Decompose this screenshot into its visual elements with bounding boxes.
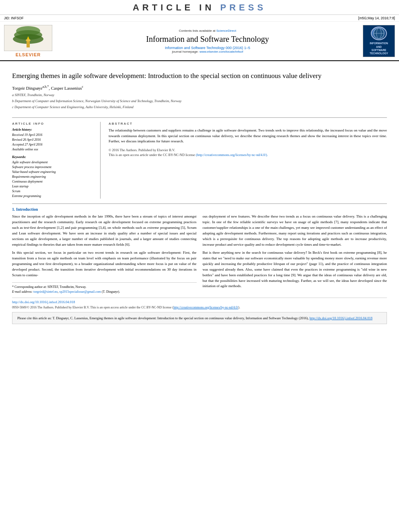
jid-left: JID: INFSOF: [4, 16, 24, 20]
journal-logo-circle: [371, 27, 387, 40]
doi-link[interactable]: http://dx.doi.org/10.1016/j.infsof.2016.…: [12, 300, 75, 304]
authors-line: Torgeir Dingsøyra,b,*, Casper Lasseniusc: [12, 85, 387, 90]
main-content: Emerging themes in agile software develo…: [0, 61, 399, 324]
cite-text: Please cite this article as: T. Dingsøyr…: [17, 316, 309, 320]
affiliations: a SINTEF, Trondheim, Norway b Department…: [12, 92, 387, 110]
banner-text: ARTICLE IN PRESS: [0, 2, 399, 13]
journal-center: Contents lists available at ScienceDirec…: [56, 29, 359, 53]
journal-ref: Information and Software Technology 000 …: [56, 46, 359, 50]
jid-right: [m5G;May 14, 2016;7:8]: [358, 16, 395, 20]
body-left-col: Since the inception of agile development…: [12, 214, 197, 294]
article-title: Emerging themes in agile software develo…: [12, 71, 387, 81]
elsevier-name: ELSEVIER: [16, 52, 41, 57]
article-title-section: Emerging themes in agile software develo…: [12, 65, 387, 113]
cite-box: Please cite this article as: T. Dingsøyr…: [12, 312, 387, 325]
email-link1[interactable]: torgeird@sintef.no: [33, 290, 58, 294]
available-line: Available online xxx: [12, 147, 95, 152]
author1-name: Torgeir Dingsøyr: [12, 85, 43, 90]
accepted-line: Accepted 27 April 2016: [12, 142, 95, 147]
keyword-4: Requirements engineering: [12, 175, 95, 179]
intro-para1: Since the inception of agile development…: [12, 214, 197, 248]
contents-line: Contents lists available at ScienceDirec…: [56, 29, 359, 33]
author1-sup: a,b,*: [43, 85, 49, 88]
keyword-5: Continuous deployment: [12, 179, 95, 184]
banner-press: PRESS: [220, 2, 266, 12]
journal-title: Information and Software Technology: [56, 35, 359, 44]
open-access-link[interactable]: (http://creativecommons.org/licenses/by-…: [196, 153, 268, 157]
article-info-label: ARTICLE INFO: [12, 122, 95, 125]
keyword-2: Software process improvement: [12, 165, 95, 170]
email-link2[interactable]: xp2015specialissue@gmail.com: [59, 290, 101, 294]
bottom-copyright-end: ).: [238, 306, 240, 309]
article-info-abstract: ARTICLE INFO Article history: Received 1…: [12, 117, 387, 199]
bottom-copyright-text: 0950-5849/© 2016 The Authors. Published …: [12, 306, 173, 309]
affiliation-c: c Department of Computer Science and Eng…: [12, 105, 387, 110]
bottom-cc-link[interactable]: http://creativecommons.org/licenses/by-n…: [173, 306, 238, 309]
intro-para4: But is there anything new in the search …: [203, 250, 387, 290]
footnote-corresponding: * Corresponding author at: SINTEF, Trond…: [12, 285, 197, 290]
body-two-col: Since the inception of agile development…: [12, 214, 387, 294]
svg-point-5: [26, 39, 31, 41]
email-label: E-mail address:: [12, 290, 33, 294]
keyword-8: Extreme programming: [12, 194, 95, 199]
sciencedirect-link[interactable]: ScienceDirect: [216, 29, 236, 33]
elsevier-logo-image: [4, 25, 52, 51]
affiliation-b: b Department of Computer and Information…: [12, 99, 387, 104]
keyword-7: Scrum: [12, 189, 95, 194]
revised-line: Revised 26 April 2016: [12, 138, 95, 142]
article-info-col: ARTICLE INFO Article history: Received 1…: [12, 122, 101, 199]
jid-line: JID: INFSOF [m5G;May 14, 2016;7:8]: [0, 15, 399, 22]
introduction-heading: 1. Introduction: [12, 207, 387, 212]
abstract-col: ABSTRACT The relationship between custom…: [107, 122, 387, 199]
history-label: Article history:: [12, 128, 95, 131]
logo-text: INFORMATIONANDSOFTWARETECHNOLOGY: [370, 42, 388, 55]
author2-name: Casper Lassenius: [51, 85, 82, 90]
journal-homepage: journal homepage: www.elsevier.com/locat…: [56, 50, 359, 53]
footnote-section: * Corresponding author at: SINTEF, Trond…: [12, 282, 197, 294]
bottom-copyright: 0950-5849/© 2016 The Authors. Published …: [12, 305, 387, 310]
elsevier-logo: ELSEVIER: [4, 25, 52, 57]
keywords-label: Keywords:: [12, 155, 95, 159]
keyword-3: Value-based software engineering: [12, 170, 95, 175]
copyright-line: © 2016 The Authors. Published by Elsevie…: [109, 148, 387, 158]
affiliation-a: a SINTEF, Trondheim, Norway: [12, 92, 387, 98]
abstract-label: ABSTRACT: [109, 122, 387, 125]
cite-doi-link[interactable]: http://dx.doi.org/10.1016/j.infsof.2016.…: [310, 316, 372, 320]
keyword-6: Lean startup: [12, 184, 95, 189]
homepage-link[interactable]: www.elsevier.com/locate/infsof: [200, 50, 243, 53]
footnote-email: E-mail address: torgeird@sintef.no, xp20…: [12, 290, 197, 294]
copyright-text: © 2016 The Authors. Published by Elsevie…: [109, 148, 175, 152]
intro-para2: In this special section, we focus in par…: [12, 250, 197, 278]
journal-logo-box: INFORMATIONANDSOFTWARETECHNOLOGY: [363, 25, 395, 57]
doi-section: http://dx.doi.org/10.1016/j.infsof.2016.…: [12, 298, 387, 310]
keyword-1: Agile software development: [12, 160, 95, 165]
journal-header: ELSEVIER Contents lists available at Sci…: [0, 22, 399, 61]
journal-logo-right: INFORMATIONANDSOFTWARETECHNOLOGY: [363, 25, 395, 57]
intro-para3: ous deployment of new features. We descr…: [203, 214, 387, 248]
abstract-text: The relationship between customers and s…: [109, 128, 387, 144]
keywords-list: Agile software development Software proc…: [12, 160, 95, 199]
author2-sup: c: [82, 85, 83, 88]
article-banner: ARTICLE IN PRESS: [0, 0, 399, 15]
body-right-col: ous deployment of new features. We descr…: [203, 214, 387, 294]
received-line: Received 19 April 2016: [12, 133, 95, 138]
open-access-text: This is an open access article under the…: [109, 153, 195, 157]
introduction-section: 1. Introduction Since the inception of a…: [12, 203, 387, 294]
